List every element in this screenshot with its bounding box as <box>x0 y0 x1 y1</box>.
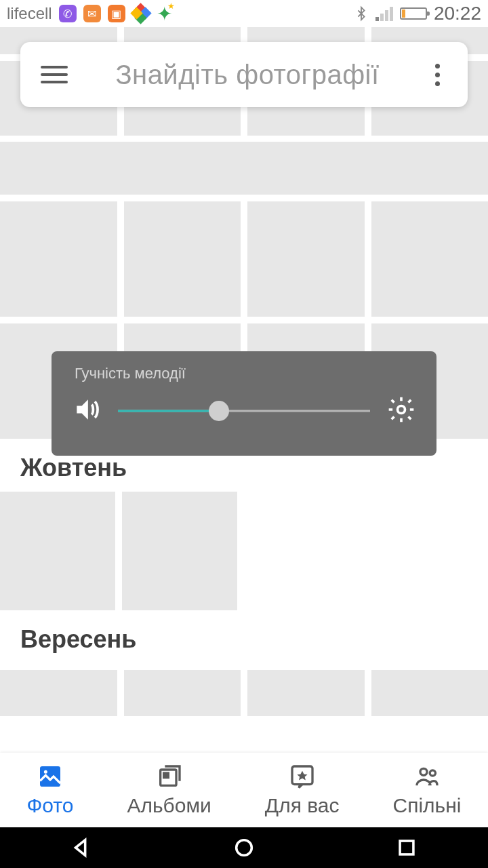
clock-label: 20:22 <box>434 3 481 24</box>
photo-thumbnail[interactable] <box>124 670 241 716</box>
home-nav-icon[interactable] <box>232 836 256 859</box>
settings-gear-icon[interactable] <box>386 395 416 427</box>
shop-tray-icon: ▣ <box>108 5 125 22</box>
hamburger-menu-icon[interactable] <box>41 66 68 83</box>
svg-point-7 <box>430 770 435 776</box>
tab-label: Фото <box>27 794 74 817</box>
month-heading-september: Вересень <box>0 610 488 663</box>
more-options-icon[interactable] <box>427 64 447 86</box>
recents-nav-icon[interactable] <box>395 836 418 859</box>
play-services-tray-icon: ✦ <box>157 3 172 25</box>
tab-for-you[interactable]: Для вас <box>265 763 340 817</box>
photo-thumbnail[interactable] <box>0 142 488 195</box>
search-bar[interactable]: Знайдіть фотографії <box>20 42 468 107</box>
search-placeholder[interactable]: Знайдіть фотографії <box>68 60 427 90</box>
volume-thumb[interactable] <box>209 401 229 421</box>
svg-point-6 <box>420 768 427 775</box>
svg-rect-4 <box>163 773 168 778</box>
bluetooth-icon <box>354 5 369 22</box>
svg-point-2 <box>44 770 47 774</box>
photo-thumbnail[interactable] <box>247 201 365 317</box>
tab-photos[interactable]: Фото <box>27 763 74 817</box>
svg-point-0 <box>398 406 405 414</box>
svg-point-8 <box>237 840 252 856</box>
photo-thumbnail[interactable] <box>371 201 489 317</box>
status-bar: lifecell ✆ ✉ ▣ ✦ 20:22 <box>0 0 488 27</box>
photo-thumbnail[interactable] <box>371 670 489 716</box>
tab-albums[interactable]: Альбоми <box>127 763 211 817</box>
message-tray-icon: ✉ <box>83 5 101 22</box>
photo-thumbnail[interactable] <box>124 201 241 317</box>
back-nav-icon[interactable] <box>70 836 93 859</box>
svg-rect-9 <box>400 841 413 854</box>
tab-label: Альбоми <box>127 794 211 817</box>
android-nav-bar <box>0 827 488 868</box>
volume-label: Гучність мелодії <box>75 365 416 382</box>
google-photos-tray-icon <box>132 5 150 22</box>
speaker-icon[interactable] <box>72 395 102 427</box>
volume-slider[interactable] <box>118 401 370 421</box>
photo-thumbnail[interactable] <box>0 201 117 317</box>
photo-thumbnail[interactable] <box>0 670 117 716</box>
volume-overlay: Гучність мелодії <box>52 351 436 456</box>
tab-label: Для вас <box>265 794 340 817</box>
tab-label: Спільні <box>393 794 462 817</box>
photo-thumbnail[interactable] <box>0 492 115 610</box>
volume-track-fill <box>118 410 219 412</box>
signal-icon <box>375 6 393 21</box>
carrier-label: lifecell <box>7 4 52 23</box>
viber-tray-icon: ✆ <box>59 5 77 22</box>
photo-thumbnail[interactable] <box>247 670 365 716</box>
photo-thumbnail[interactable] <box>122 492 237 610</box>
tab-shared[interactable]: Спільні <box>393 763 462 817</box>
bottom-tab-bar: Фото Альбоми Для вас Спільні <box>0 753 488 827</box>
battery-icon <box>400 7 427 20</box>
